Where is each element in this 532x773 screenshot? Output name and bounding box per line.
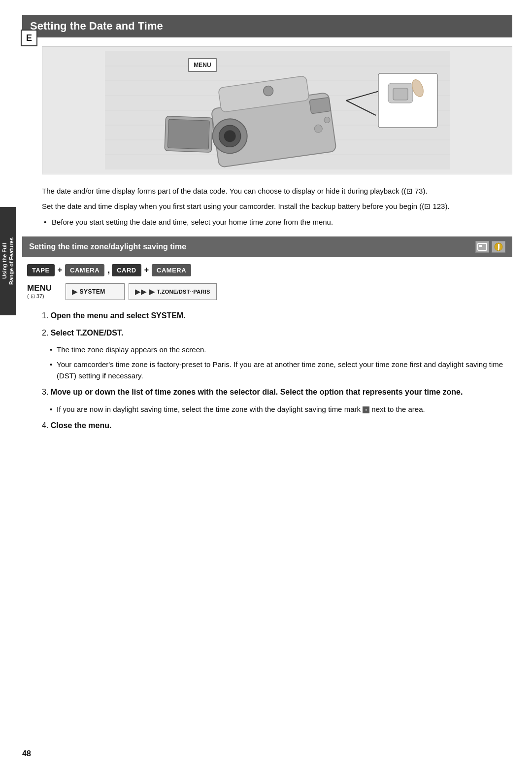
card-icon-box xyxy=(475,241,489,253)
comma: , xyxy=(107,265,110,275)
menu-row: MENU ( ⊡ 37) ▶ SYSTEM ▶▶ ▶ T.ZONE/DST··P… xyxy=(27,283,512,300)
svg-rect-28 xyxy=(479,245,482,247)
side-tab: Using the FullRange of Features xyxy=(0,207,16,315)
svg-rect-30 xyxy=(498,244,499,249)
step-3-bullet-1: If you are now in daylight saving time, … xyxy=(57,403,512,415)
section-title-text: Setting the time zone/daylight saving ti… xyxy=(29,242,186,251)
intro-para2: Set the date and time display when you f… xyxy=(42,201,512,212)
intro-bullet: Before you start setting the date and ti… xyxy=(52,216,512,228)
page-number: 48 xyxy=(22,749,31,758)
step-4: 4. Close the menu. xyxy=(42,420,512,432)
menu-system-box: ▶ SYSTEM xyxy=(66,283,125,300)
e-badge: E xyxy=(21,30,37,46)
step-3: 3. Move up or down the list of time zone… xyxy=(42,386,512,399)
camera-badge-1: CAMERA xyxy=(65,264,104,276)
camera-image: MENU xyxy=(42,46,512,174)
pencil-icon-box xyxy=(492,241,505,253)
svg-rect-18 xyxy=(309,98,331,114)
camera-badge-2: CAMERA xyxy=(152,264,191,276)
card-badge: CARD xyxy=(112,264,141,276)
menu-label: MENU ( ⊡ 37) xyxy=(27,283,62,300)
step-1: 1. Open the menu and select SYSTEM. xyxy=(42,310,512,322)
camcorder-illustration: MENU xyxy=(105,51,450,169)
svg-rect-25 xyxy=(393,88,408,100)
side-tab-text: Using the FullRange of Features xyxy=(1,237,15,285)
plus-sign-1: + xyxy=(58,266,62,274)
step-2-bullet-2: Your camcorder's time zone is factory-pr… xyxy=(57,359,512,382)
tape-camera-row: TAPE + CAMERA , CARD + CAMERA xyxy=(27,264,512,276)
intro-para1: The date and/or time display forms part … xyxy=(42,185,512,197)
section-header: Setting the time zone/daylight saving ti… xyxy=(22,236,512,257)
step-2-bullet-1: The time zone display appears on the scr… xyxy=(57,344,512,355)
svg-rect-16 xyxy=(167,119,209,149)
dst-mark: ▪ xyxy=(363,406,369,413)
section-header-icons xyxy=(475,241,505,253)
tape-badge: TAPE xyxy=(27,264,55,276)
menu-tzone-box: ▶▶ ▶ T.ZONE/DST··PARIS xyxy=(129,283,217,300)
plus-sign-2: + xyxy=(144,266,149,274)
svg-text:MENU: MENU xyxy=(194,62,211,68)
page-title: Setting the Date and Time xyxy=(22,15,512,37)
step-2: 2. Select T.ZONE/DST. xyxy=(42,327,512,339)
